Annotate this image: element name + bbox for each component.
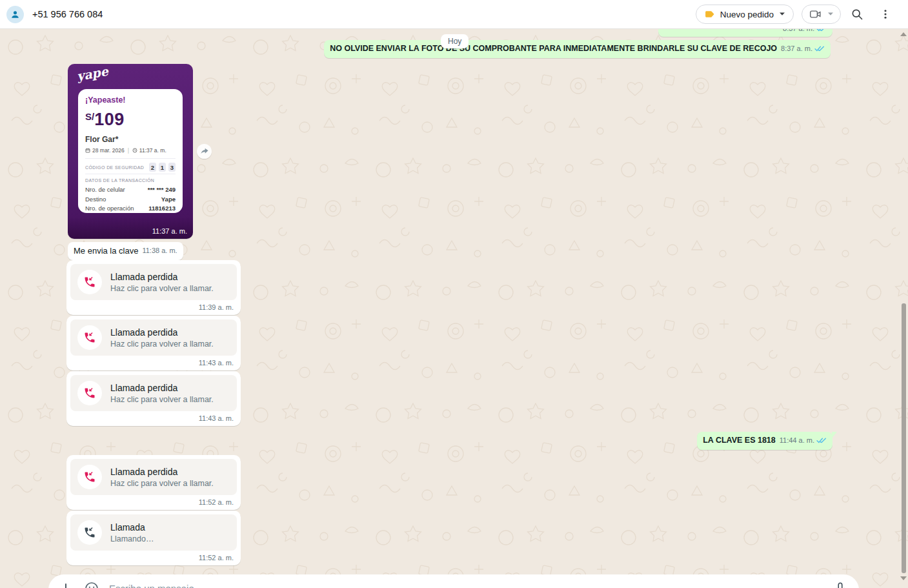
field-value: 11816213	[148, 205, 176, 212]
receipt-date: 28 mar. 2026	[92, 147, 125, 154]
outgoing-call-icon	[77, 520, 102, 545]
security-digit: 1	[159, 163, 166, 172]
security-code-row: CÓDIGO DE SEGURIDAD 2 1 3	[85, 163, 176, 172]
call-subtitle: Haz clic para volver a llamar.	[110, 340, 214, 349]
missed-call-icon	[77, 465, 102, 489]
chevron-down-icon[interactable]	[827, 12, 834, 16]
message-meta: 11:44 a. m.	[780, 436, 827, 445]
message-text: LA CLAVE ES 1818	[703, 436, 776, 445]
security-digit: 2	[149, 163, 156, 172]
missed-call-phone-icon	[83, 471, 96, 483]
call-title: Llamada perdida	[110, 327, 214, 338]
call-card[interactable]: Llamada perdida Haz clic para volver a l…	[70, 375, 237, 411]
yape-receipt-card: ¡Yapeaste! S/109 Flor Gar* 28 mar. 2026 …	[78, 89, 183, 213]
double-check-icon	[816, 437, 827, 444]
double-check-icon	[814, 45, 825, 52]
call-title: Llamada perdida	[110, 383, 214, 393]
voice-message-button[interactable]	[832, 580, 849, 588]
call-card[interactable]: Llamada perdida Haz clic para volver a l…	[70, 319, 237, 356]
call-message[interactable]: Llamada perdida Haz clic para volver a l…	[66, 260, 241, 315]
receipt-field-row: Nro. de celular *** *** 249	[85, 186, 176, 193]
call-text: Llamada perdida Haz clic para volver a l…	[110, 272, 214, 293]
image-message-yape-receipt[interactable]: yape ¡Yapeaste! S/109 Flor Gar* 28 mar. …	[68, 64, 193, 239]
message-composer	[48, 574, 859, 588]
missed-call-icon	[77, 325, 102, 350]
message-time: 8:37 a. m.	[783, 29, 814, 34]
call-card[interactable]: Llamada perdida Haz clic para volver a l…	[70, 264, 237, 300]
outgoing-message-clave[interactable]: LA CLAVE ES 1818 11:44 a. m.	[697, 432, 832, 450]
attach-button[interactable]	[57, 580, 74, 588]
message-time: 11:44 a. m.	[780, 436, 814, 445]
call-message[interactable]: Llamada perdida Haz clic para volver a l…	[66, 455, 241, 510]
call-message[interactable]: Llamada perdida Haz clic para volver a l…	[66, 316, 241, 370]
divider	[85, 174, 176, 174]
outgoing-message-reminder[interactable]: NO OLVIDE ENVIAR LA FOTO DE SU COMPROBAN…	[324, 40, 831, 58]
new-order-label: Nuevo pedido	[720, 10, 774, 19]
message-time: 11:37 a. m.	[152, 227, 187, 235]
receipt-time: 11:37 a. m.	[139, 147, 166, 154]
call-text: Llamada perdida Haz clic para volver a l…	[110, 383, 214, 404]
receipt-headline: ¡Yapeaste!	[85, 96, 176, 105]
new-order-button[interactable]: Nuevo pedido	[696, 5, 794, 24]
message-meta: 11:38 a. m.	[142, 246, 177, 256]
contact-name[interactable]: +51 956 766 084	[32, 9, 103, 19]
message-text: Me envia la clave	[74, 246, 138, 256]
security-code-digits: 2 1 3	[149, 163, 176, 172]
message-meta: 8:37 a. m.	[783, 29, 827, 34]
call-card[interactable]: Llamada perdida Haz clic para volver a l…	[70, 459, 237, 495]
scroll-down-arrow[interactable]	[900, 576, 907, 581]
call-text: Llamada perdida Haz clic para volver a l…	[110, 327, 214, 349]
missed-call-phone-icon	[83, 331, 96, 344]
call-time: 11:43 a. m.	[70, 411, 237, 424]
outgoing-message-partial[interactable]: 8:37 a. m.	[658, 29, 832, 37]
call-title: Llamada	[110, 522, 154, 532]
call-message[interactable]: Llamada Llamando… 11:52 a. m.	[66, 511, 241, 565]
field-label: Nro. de celular	[85, 186, 125, 193]
tag-icon	[704, 10, 715, 19]
field-label: Nro. de operación	[85, 205, 134, 212]
kebab-menu-icon	[880, 8, 891, 21]
receipt-datetime: 28 mar. 2026 | 11:37 a. m.	[85, 147, 176, 154]
security-code-label: CÓDIGO DE SEGURIDAD	[85, 165, 144, 170]
call-text: Llamada Llamando…	[110, 522, 154, 543]
forward-arrow-icon	[200, 148, 209, 156]
scroll-up-arrow[interactable]	[900, 32, 907, 37]
call-text: Llamada perdida Haz clic para volver a l…	[110, 467, 214, 488]
call-time: 11:52 a. m.	[70, 495, 237, 508]
search-icon	[851, 8, 863, 21]
field-value: Yape	[161, 196, 176, 203]
call-subtitle: Llamando…	[110, 534, 154, 543]
call-subtitle: Haz clic para volver a llamar.	[110, 284, 214, 293]
clock-icon	[132, 148, 137, 153]
message-meta: 8:37 a. m.	[781, 44, 825, 54]
incoming-message-clave-request[interactable]: Me envia la clave 11:38 a. m.	[68, 242, 183, 260]
search-button[interactable]	[845, 2, 869, 26]
security-digit: 3	[168, 163, 176, 172]
call-title: Llamada perdida	[110, 467, 214, 477]
video-call-button[interactable]	[802, 5, 841, 24]
receipt-amount: S/109	[85, 110, 176, 130]
plus-icon	[58, 581, 74, 588]
transaction-label: DATOS DE LA TRANSACCIÓN	[85, 178, 176, 183]
currency-symbol: S/	[85, 111, 94, 122]
call-message[interactable]: Llamada perdida Haz clic para volver a l…	[66, 371, 241, 426]
separator: |	[128, 147, 129, 154]
scrollbar-thumb[interactable]	[902, 303, 906, 573]
message-time: 8:37 a. m.	[781, 44, 812, 54]
amount-value: 109	[94, 110, 125, 129]
chat-panel: 8:37 a. m. Hoy NO OLVIDE ENVIAR LA FOTO …	[0, 29, 908, 588]
forward-message-button[interactable]	[197, 144, 212, 159]
missed-call-icon	[77, 270, 102, 294]
chat-header: +51 956 766 084 Nuevo pedido	[0, 0, 908, 29]
chevron-down-icon	[779, 12, 785, 16]
date-divider: Hoy	[441, 34, 469, 48]
divider	[85, 158, 176, 159]
emoji-button[interactable]	[83, 580, 100, 588]
contact-avatar[interactable]	[6, 6, 24, 23]
menu-button[interactable]	[873, 2, 898, 26]
person-icon	[10, 9, 21, 20]
message-input[interactable]	[109, 580, 823, 588]
call-subtitle: Haz clic para volver a llamar.	[110, 479, 214, 488]
microphone-icon	[833, 581, 847, 588]
call-card[interactable]: Llamada Llamando…	[70, 514, 237, 551]
